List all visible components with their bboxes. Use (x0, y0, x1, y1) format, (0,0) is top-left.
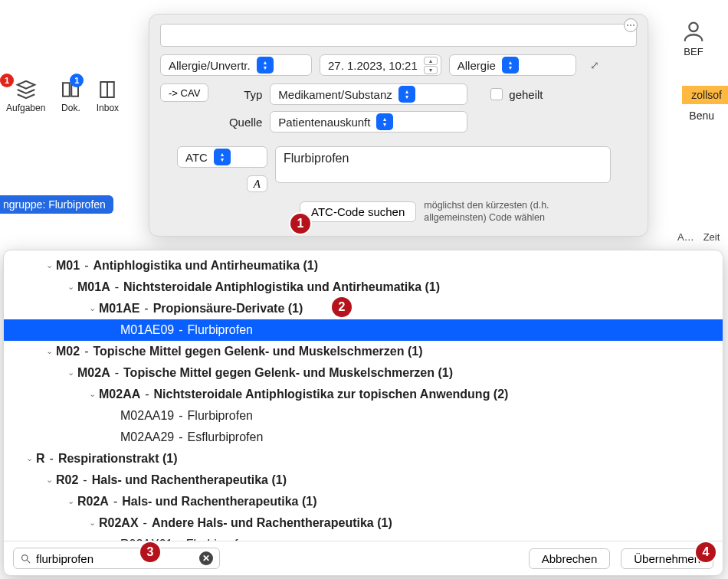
type-select[interactable]: Medikament/Substanz (270, 83, 467, 105)
tree-branch[interactable]: ⌄M01-Antiphlogistika und Antirheumatika … (4, 255, 723, 276)
tree-code: M01 (56, 257, 80, 275)
zollsoft-tab[interactable]: zollsof (682, 86, 728, 104)
tree-branch[interactable]: ⌄M01AE-Propionsäure-Derivate (1) (4, 298, 723, 319)
more-icon[interactable]: ⋯ (624, 18, 638, 32)
callout-2: 2 (332, 297, 352, 317)
tree-branch[interactable]: ⌄R02AX-Andere Hals- und Rachentherapeuti… (4, 512, 723, 534)
toolbar-dok[interactable]: 1 Dok. (59, 78, 82, 113)
tree-code: M02 (56, 342, 80, 361)
healed-checkbox[interactable] (490, 88, 503, 100)
date-stepper[interactable]: ▴▾ (424, 57, 438, 74)
tree-branch[interactable]: ⌄R02-Hals- und Rachentherapeutika (1) (4, 469, 723, 491)
disclosure-icon[interactable]: ⌄ (85, 384, 99, 403)
atc-tree-panel: ⌄M01-Antiphlogistika und Antirheumatika … (3, 250, 723, 576)
chevron-updown-icon (376, 113, 393, 130)
tree-name: Andere Hals- und Rachentherapeutika (1) (152, 514, 392, 532)
substance-input[interactable]: Flurbiprofen (275, 146, 611, 183)
toolbar-dok-label: Dok. (61, 103, 80, 113)
tree-leaf[interactable]: M01AE09-Flurbiprofen (4, 319, 723, 341)
atc-tree[interactable]: ⌄M01-Antiphlogistika und Antirheumatika … (4, 250, 723, 541)
disclosure-icon[interactable]: ⌄ (64, 277, 77, 296)
cancel-button[interactable]: Abbrechen (529, 548, 611, 569)
dialog-tab-strip[interactable]: ⋯ (160, 24, 637, 47)
disclosure-icon[interactable]: ⌄ (64, 363, 77, 381)
source-label: Quelle (216, 116, 262, 129)
tree-name: Propionsäure-Derivate (1) (153, 299, 303, 318)
text-style-button[interactable]: A (247, 175, 267, 192)
tree-name: Nichtsteroidale Antiphlogistika und Anti… (123, 278, 440, 296)
col-zeit: Zeit (703, 231, 720, 243)
svg-line-4 (27, 560, 30, 563)
tree-branch[interactable]: ⌄M01A-Nichtsteroidale Antiphlogistika un… (4, 276, 723, 298)
kind-select[interactable]: Allergie/Unvertr. (160, 54, 312, 76)
chevron-updown-icon (214, 149, 231, 165)
code-system-select[interactable]: ATC (177, 146, 267, 168)
date-value: 27. 1.2023, 10:21 (328, 59, 418, 72)
tree-code: M02A (77, 364, 110, 382)
atc-search-button[interactable]: ATC-Code suchen (300, 201, 416, 222)
tree-branch[interactable]: ⌄M02-Topische Mittel gegen Gelenk- und M… (4, 341, 723, 362)
callout-1: 1 (290, 214, 310, 234)
chevron-updown-icon (502, 57, 519, 74)
chevron-updown-icon (398, 86, 415, 103)
chevron-updown-icon (257, 57, 274, 74)
tree-code: M01AE09 (120, 321, 174, 339)
category-select[interactable]: Allergie (449, 54, 576, 76)
user-icon (680, 18, 707, 44)
search-icon (20, 553, 31, 564)
source-select[interactable]: Patientenauskunft (270, 111, 467, 132)
tree-code: M02AA29 (120, 428, 174, 447)
toolbar-inbox-label: Inbox (97, 103, 119, 113)
tree-leaf[interactable]: R02AX01-Flurbiprofen (4, 534, 723, 541)
stack-icon (15, 78, 38, 101)
tree-name: Topische Mittel gegen Gelenk- und Muskel… (93, 342, 422, 361)
type-label: Typ (216, 88, 262, 101)
tree-code: M02AA (99, 385, 140, 404)
date-field[interactable]: 27. 1.2023, 10:21 ▴▾ (320, 54, 441, 76)
atc-hint: möglichst den kürzesten (d.h. allgemeins… (424, 200, 569, 224)
user-label: BEF (684, 46, 703, 57)
tree-code: M01AE (99, 299, 139, 318)
disclosure-icon[interactable]: ⌄ (42, 256, 56, 274)
disclosure-icon[interactable]: ⌄ (42, 342, 56, 360)
tree-name: Antiphlogistika und Antirheumatika (1) (93, 257, 318, 275)
tree-name: Topische Mittel gegen Gelenk- und Muskel… (123, 364, 453, 382)
svg-point-2 (689, 23, 697, 31)
toolbar-aufgaben[interactable]: 1 Aufgaben (6, 78, 45, 113)
disclosure-icon[interactable]: ⌄ (64, 492, 77, 510)
category-select-value: Allergie (457, 59, 496, 72)
disclosure-icon[interactable]: ⌄ (22, 449, 36, 467)
tree-name: Hals- und Rachentherapeutika (1) (92, 471, 287, 489)
svg-point-3 (22, 554, 28, 561)
tree-branch[interactable]: ⌄M02A-Topische Mittel gegen Gelenk- und … (4, 362, 723, 384)
tree-name: Flurbiprofen (188, 321, 253, 339)
disclosure-icon[interactable]: ⌄ (42, 470, 56, 489)
disclosure-icon[interactable]: ⌄ (85, 513, 99, 532)
tree-code: R02AX (99, 514, 139, 532)
tree-branch[interactable]: ⌄M02AA-Nichtsteroidale Antiphlogistika z… (4, 384, 723, 405)
kind-select-value: Allergie/Unvertr. (169, 59, 251, 72)
tree-code: M02AA19 (120, 407, 174, 425)
tree-search-input[interactable] (36, 552, 195, 565)
substance-value: Flurbiprofen (284, 152, 349, 165)
tree-name: Respirationstrakt (1) (58, 450, 178, 468)
tree-name: Flurbiprofen (188, 407, 253, 425)
tree-name: Hals- und Rachentherapeutika (1) (122, 492, 316, 511)
clear-search-icon[interactable]: ✕ (199, 551, 213, 565)
tree-search-field[interactable]: ✕ (13, 548, 220, 569)
disclosure-icon[interactable]: ⌄ (85, 299, 99, 317)
source-select-value: Patientenauskunft (278, 116, 370, 129)
tree-leaf[interactable]: M02AA19-Flurbiprofen (4, 405, 723, 427)
substance-group-tag[interactable]: ngruppe: Flurbiprofen (0, 195, 113, 214)
tree-code: R (36, 450, 45, 468)
tree-leaf[interactable]: M02AA29-Esflurbiprofen (4, 427, 723, 448)
expand-icon[interactable]: ⤢ (590, 59, 599, 71)
callout-4: 4 (696, 542, 716, 562)
tree-code: M01A (77, 278, 110, 296)
tree-branch[interactable]: ⌄R-Respirationstrakt (1) (4, 448, 723, 469)
cav-button[interactable]: -> CAV (160, 83, 208, 102)
tree-branch[interactable]: ⌄R02A-Hals- und Rachentherapeutika (1) (4, 491, 723, 512)
inbox-icon (96, 78, 119, 101)
user-switcher[interactable]: BEF (680, 18, 707, 57)
toolbar-inbox[interactable]: Inbox (96, 78, 119, 113)
